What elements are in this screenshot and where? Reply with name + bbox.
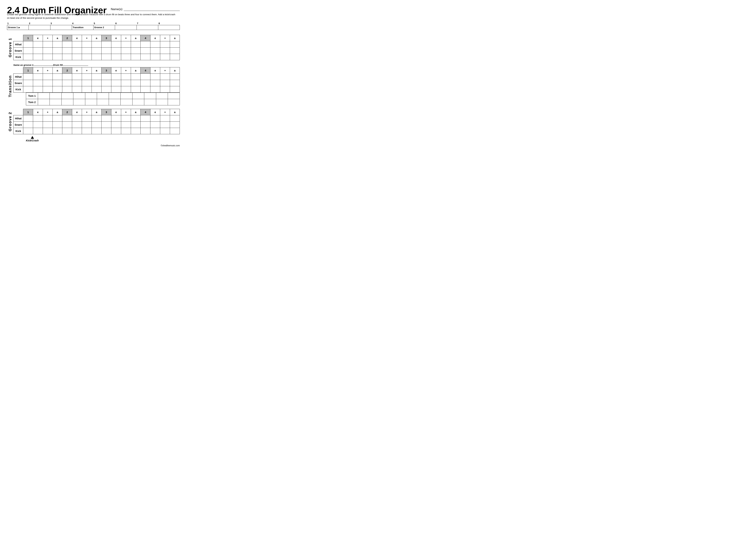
groove1-kick-row: Kick — [14, 54, 180, 60]
groove2-grid: 1 e + a 2 e + a 3 e + a 4 e + — [13, 109, 180, 134]
timeline-numbers: 1 2 3 4 5 6 7 8 — [7, 22, 180, 25]
transition-grid: 1 e + a 2 e + a 3 e + a 4 e + a — [13, 67, 180, 92]
groove2-kick-row: Kick — [14, 128, 180, 134]
name-label: Name(s): — [111, 7, 123, 11]
transition-section: Transition 1 e + a 2 e + a 3 e + a — [7, 67, 180, 105]
transition-snare-row: Snare — [14, 80, 180, 86]
transition-label: Transition — [8, 75, 12, 97]
groove1-grid: 1 e + a 2 e + a 3 e + a 4 e + a — [13, 35, 180, 60]
tl-groove2: Groove 2 — [94, 25, 115, 30]
copyright: ©shedthemusic.com — [7, 144, 180, 147]
timeline: 1 2 3 4 5 6 7 8 Groove 1 ► Transition Gr… — [7, 22, 180, 30]
groove2-section: Groove 2 1 e + a 2 e + a 3 e — [7, 109, 180, 134]
groove1-section: Groove 1 1 e + a 2 e + a 3 e + a — [7, 35, 180, 60]
triangle-icon — [31, 136, 34, 139]
transition-note: Same as groove 1........................… — [13, 64, 88, 66]
tom-rows: Tom 1 Tom 2 — [13, 92, 180, 105]
tl-transition: Transition — [72, 25, 94, 30]
groove1-snare-row: Snare — [14, 47, 180, 54]
groove2-hihat-row: Hihat — [14, 115, 180, 122]
groove1-label: Groove 1 — [8, 38, 12, 57]
timeline-bar: Groove 1 ► Transition Groove 2 — [7, 25, 180, 30]
tl-groove1: Groove 1 ► — [7, 25, 29, 30]
tom-grid: Tom 1 Tom 2 — [26, 92, 180, 105]
tom2-row: Tom 2 — [26, 99, 180, 105]
kick-crash-label: Kick/Crash — [26, 136, 39, 142]
tom1-row: Tom 1 — [26, 92, 180, 99]
transition-hihat-row: Hihat — [14, 74, 180, 80]
groove1-hihat-row: Hihat — [14, 41, 180, 47]
groove2-snare-row: Snare — [14, 122, 180, 128]
transition-kick-row: Kick — [14, 86, 180, 92]
groove2-label: Groove 2 — [8, 112, 12, 131]
name-input-line — [124, 8, 180, 11]
